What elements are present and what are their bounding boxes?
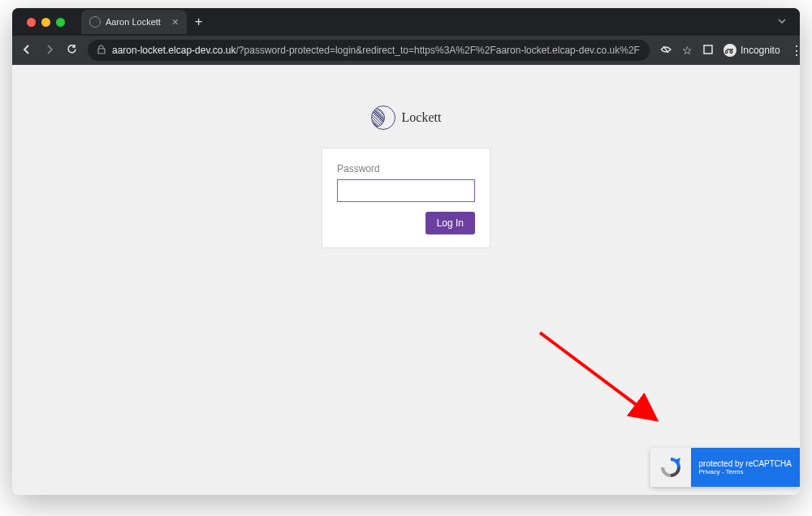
window-maximize-button[interactable] (56, 18, 65, 27)
browser-window: Aaron Lockett × + aaro (12, 8, 800, 495)
eye-off-icon[interactable] (659, 44, 672, 58)
svg-line-2 (540, 333, 654, 418)
menu-button[interactable]: ⋮ (790, 43, 800, 58)
tab-bar: Aaron Lockett × + (12, 8, 800, 36)
recaptcha-separator: - (720, 468, 726, 475)
tab-title: Aaron Lockett (106, 17, 161, 27)
browser-chrome: Aaron Lockett × + aaro (12, 8, 800, 65)
url-path: /?password-protected=login&redirect_to=h… (236, 45, 640, 56)
url-text: aaron-locket.elcap-dev.co.uk/?password-p… (112, 45, 640, 56)
login-button[interactable]: Log In (425, 212, 475, 234)
recaptcha-privacy-link[interactable]: Privacy (699, 468, 720, 475)
nav-icons: ☆ Incognito ⋮ (659, 43, 800, 58)
password-label: Password (337, 163, 475, 174)
window-controls (20, 18, 71, 27)
login-card: Password Log In (322, 148, 490, 248)
lock-icon (97, 45, 106, 56)
incognito-badge[interactable]: Incognito (723, 44, 780, 57)
extensions-icon[interactable] (702, 44, 714, 58)
recaptcha-links: Privacy - Terms (699, 468, 793, 475)
browser-tab[interactable]: Aaron Lockett × (81, 10, 187, 34)
recaptcha-logo-icon (650, 448, 691, 487)
arrow-annotation-icon (532, 325, 670, 430)
nav-bar: aaron-locket.elcap-dev.co.uk/?password-p… (12, 36, 800, 65)
star-icon[interactable]: ☆ (682, 44, 693, 57)
page-content: Lockett Password Log In protected by reC… (12, 65, 800, 495)
reload-button[interactable] (66, 43, 78, 58)
tab-close-icon[interactable]: × (172, 15, 179, 28)
brand-logo-icon (371, 105, 395, 130)
forward-button[interactable] (43, 43, 56, 58)
recaptcha-badge[interactable]: protected by reCAPTCHA Privacy - Terms (650, 448, 801, 487)
incognito-label: Incognito (741, 45, 780, 56)
address-bar[interactable]: aaron-locket.elcap-dev.co.uk/?password-p… (88, 40, 650, 61)
recaptcha-terms-link[interactable]: Terms (726, 468, 744, 475)
tab-favicon-icon (89, 16, 101, 28)
new-tab-button[interactable]: + (187, 15, 210, 29)
back-button[interactable] (20, 43, 33, 58)
password-input[interactable] (337, 179, 475, 202)
recaptcha-title: protected by reCAPTCHA (699, 459, 793, 468)
expand-tabs-icon[interactable] (777, 15, 800, 29)
brand-logo: Lockett (371, 105, 442, 130)
svg-rect-0 (704, 45, 712, 54)
window-close-button[interactable] (27, 18, 36, 27)
window-minimize-button[interactable] (41, 18, 50, 27)
recaptcha-text: protected by reCAPTCHA Privacy - Terms (691, 448, 801, 487)
url-domain: aaron-locket.elcap-dev.co.uk (112, 45, 236, 56)
brand-name: Lockett (402, 110, 442, 125)
incognito-icon (723, 44, 736, 57)
